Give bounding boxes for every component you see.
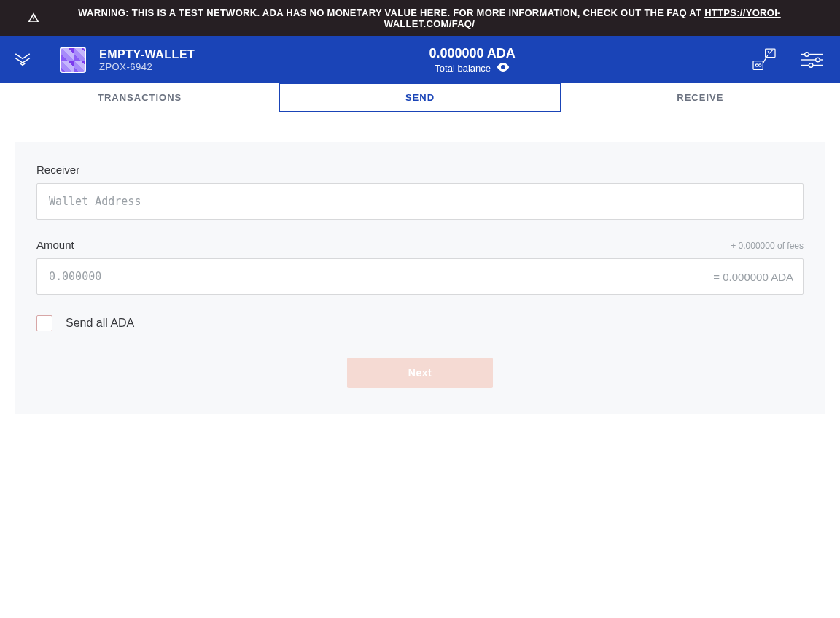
eye-icon[interactable] [497,63,510,74]
testnet-warning-banner: WARNING: THIS IS A TEST NETWORK. ADA HAS… [0,0,840,36]
receiver-label: Receiver [36,163,804,176]
fees-note: + 0.000000 of fees [731,241,804,251]
amount-label: Amount [36,239,74,251]
send-all-checkbox[interactable] [36,315,52,331]
wallet-identicon [60,47,86,73]
next-button[interactable]: Next [347,358,493,388]
svg-point-9 [809,63,813,68]
receiver-input[interactable] [36,183,804,220]
send-all-label: Send all ADA [66,317,134,330]
wallet-name: EMPTY-WALLET [99,48,195,61]
send-form-card: Receiver Amount + 0.000000 of fees = 0.0… [15,142,825,414]
delegation-icon[interactable] [750,45,779,74]
svg-point-5 [805,53,809,57]
warning-icon [28,12,39,26]
app-header: EMPTY-WALLET ZPOX-6942 0.000000 ADA Tota… [0,36,840,83]
svg-point-2 [755,64,758,66]
total-balance-value: 0.000000 ADA [208,46,736,61]
banner-text: WARNING: THIS IS A TEST NETWORK. ADA HAS… [78,7,704,18]
wallet-id: ZPOX-6942 [99,61,195,72]
wallet-tabs: TRANSACTIONS SEND RECEIVE [0,83,840,112]
tab-send[interactable]: SEND [279,83,560,112]
settings-icon[interactable] [798,45,827,74]
yoroi-logo-icon[interactable] [13,50,32,69]
svg-point-3 [759,64,761,66]
total-balance-label: Total balance [435,63,491,74]
svg-point-7 [816,58,820,62]
amount-equivalent: = 0.000000 ADA [713,271,793,283]
tab-transactions[interactable]: TRANSACTIONS [0,83,279,112]
amount-input[interactable] [36,258,804,295]
tab-receive[interactable]: RECEIVE [561,83,840,112]
